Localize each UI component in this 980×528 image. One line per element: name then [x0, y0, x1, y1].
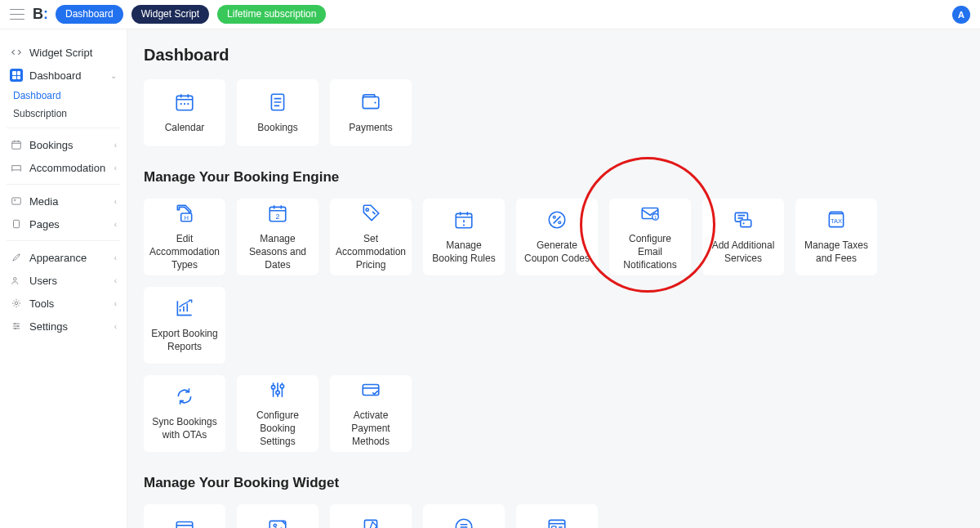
- card-label: Calendar: [165, 121, 205, 134]
- sidebar-item-label: Accommodation: [29, 162, 105, 174]
- brand-logo[interactable]: B:: [33, 6, 47, 23]
- card-cal-excl[interactable]: Manage Booking Rules: [423, 199, 505, 275]
- card-label: Configure Booking Settings: [243, 409, 312, 449]
- engine-cards-row2: Sync Bookings with OTAsConfigure Booking…: [144, 375, 964, 452]
- chevron-left-icon: ‹: [114, 220, 117, 229]
- file-icon: [267, 92, 288, 113]
- calendar-icon: [10, 138, 23, 151]
- gear-icon: [10, 297, 23, 310]
- card-chart[interactable]: Export Booking Reports: [144, 287, 225, 364]
- svg-point-43: [14, 323, 16, 324]
- card-calendar-day[interactable]: Manage Seasons and Dates: [237, 199, 318, 275]
- edit-file-icon: [360, 517, 381, 528]
- sidebar-item-media[interactable]: Media ‹: [5, 190, 122, 213]
- page-title: Dashboard: [144, 46, 964, 65]
- sidebar-item-label: Media: [29, 195, 58, 208]
- card-percent[interactable]: Generate Coupon Codes: [516, 199, 598, 275]
- card-file[interactable]: Bookings: [237, 79, 318, 146]
- card-label: Payments: [349, 121, 392, 134]
- card-card-check[interactable]: Activate Payment Methods: [330, 375, 412, 452]
- sidebar-divider: [7, 240, 120, 241]
- dashboard-cards-row: CalendarBookingsPayments: [144, 79, 964, 146]
- card-tax[interactable]: Manage Taxes and Fees: [795, 199, 877, 275]
- card-mail[interactable]: Configure Email Notifications: [609, 199, 691, 275]
- card-photo[interactable]: Add Photos: [237, 504, 318, 528]
- sidebar-item-label: Dashboard: [29, 69, 82, 82]
- svg-rect-40: [14, 220, 20, 227]
- sidebar-item-users[interactable]: Users ‹: [5, 269, 122, 292]
- sliders-icon: [10, 320, 23, 333]
- tax-icon: [826, 209, 847, 230]
- sidebar: Widget Script Dashboard ⌄ Dashboard Subs…: [0, 29, 127, 528]
- chart-icon: [174, 298, 195, 319]
- chevron-left-icon: ‹: [114, 276, 117, 285]
- card-label: Configure Email Notifications: [616, 232, 684, 272]
- layout: Widget Script Dashboard ⌄ Dashboard Subs…: [0, 29, 980, 528]
- card-sync[interactable]: Sync Bookings with OTAs: [144, 375, 225, 452]
- sidebar-item-dashboard[interactable]: Dashboard ⌄: [5, 64, 122, 87]
- sidebar-item-settings[interactable]: Settings ‹: [5, 315, 122, 338]
- customize-icon: [546, 517, 568, 528]
- card-ticket[interactable]: Add Additional Services: [702, 199, 784, 275]
- sidebar-item-label: Tools: [29, 298, 54, 310]
- code-icon: [10, 46, 23, 59]
- tag-icon: [360, 203, 381, 224]
- svg-point-42: [15, 302, 18, 305]
- pill-widget-script[interactable]: Widget Script: [131, 5, 209, 23]
- sidebar-item-label: Bookings: [29, 139, 73, 151]
- photo-icon: [267, 517, 288, 528]
- sidebar-divider: [7, 128, 120, 128]
- section-title-widget: Manage Your Booking Widget: [144, 475, 964, 491]
- sidebar-item-bookings[interactable]: Bookings ‹: [5, 133, 122, 156]
- card-tag[interactable]: Set Accommodation Pricing: [330, 199, 412, 275]
- card-label: Edit Accommodation Types: [149, 232, 220, 272]
- main-content: Dashboard CalendarBookingsPayments Manag…: [127, 29, 980, 528]
- widget-cards-row: SettingsAdd PhotosEdit PagesEdit MenusCu…: [144, 504, 964, 528]
- sidebar-subitem-subscription[interactable]: Subscription: [5, 105, 122, 123]
- card-label: Bookings: [257, 121, 297, 134]
- sidebar-item-appearance[interactable]: Appearance ‹: [5, 246, 122, 269]
- sidebar-item-tools[interactable]: Tools ‹: [5, 292, 122, 315]
- user-avatar[interactable]: A: [952, 6, 970, 24]
- topbar: B: Dashboard Widget Script Lifetime subs…: [0, 0, 980, 29]
- sidebar-item-accommodation[interactable]: Accommodation ‹: [5, 156, 122, 179]
- card-label: Manage Booking Rules: [430, 239, 498, 265]
- brush-icon: [10, 251, 23, 264]
- cal-excl-icon: [453, 209, 474, 230]
- svg-rect-36: [12, 141, 21, 149]
- chevron-down-icon: ⌄: [110, 71, 117, 80]
- svg-point-45: [15, 328, 16, 329]
- ticket-icon: [733, 209, 754, 230]
- sidebar-item-widget-script[interactable]: Widget Script: [5, 41, 122, 64]
- card-check-icon: [360, 379, 381, 400]
- users-icon: [10, 274, 23, 287]
- section-title-engine: Manage Your Booking Engine: [144, 169, 964, 186]
- hamburger-menu-icon[interactable]: [10, 7, 24, 21]
- chevron-left-icon: ‹: [114, 163, 117, 172]
- card-label: Export Booking Reports: [150, 327, 219, 353]
- card-menu-circle[interactable]: Edit Menus: [423, 504, 505, 528]
- sidebar-item-pages[interactable]: Pages ‹: [5, 213, 122, 235]
- card-sliders[interactable]: Configure Booking Settings: [237, 375, 318, 452]
- card-label: Activate Payment Methods: [336, 409, 405, 449]
- chevron-left-icon: ‹: [114, 141, 117, 150]
- card-label: Set Accommodation Pricing: [336, 232, 406, 272]
- card-house[interactable]: Edit Accommodation Types: [144, 199, 225, 275]
- sidebar-item-label: Users: [29, 275, 57, 287]
- calendar-day-icon: [267, 203, 288, 224]
- mail-icon: [639, 203, 661, 224]
- sliders-icon: [267, 379, 288, 400]
- card-credit[interactable]: Settings: [144, 504, 225, 528]
- sidebar-subitem-dashboard[interactable]: Dashboard: [5, 87, 122, 105]
- sidebar-item-label: Pages: [29, 218, 60, 230]
- pill-dashboard[interactable]: Dashboard: [56, 5, 123, 23]
- card-wallet[interactable]: Payments: [330, 79, 412, 146]
- card-edit-file[interactable]: Edit Pages: [330, 504, 412, 528]
- svg-point-44: [17, 325, 19, 327]
- brand-accent: :: [43, 7, 47, 21]
- card-calendar[interactable]: Calendar: [144, 79, 225, 146]
- card-label: Generate Coupon Codes: [523, 239, 591, 265]
- percent-icon: [546, 209, 568, 230]
- pill-lifetime-subscription[interactable]: Lifetime subscription: [217, 5, 326, 23]
- card-customize[interactable]: Customize: [516, 504, 598, 528]
